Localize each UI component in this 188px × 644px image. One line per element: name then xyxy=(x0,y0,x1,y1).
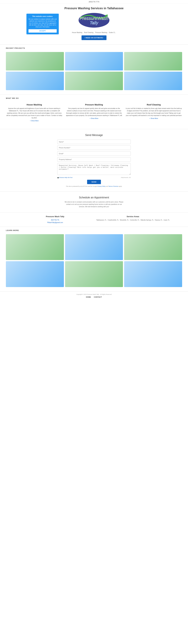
what-we-do-section: House Washing Improve the curb appeal an… xyxy=(0,100,188,129)
cookie-banner-text: We use cookies to analyse website traffi… xyxy=(28,18,57,28)
schedule-text: We strive to be in constant communicatio… xyxy=(63,201,125,208)
svg-text:PressureWash: PressureWash xyxy=(80,16,108,21)
service-card-pressure-washing: Pressure Washing Your property can lose … xyxy=(66,104,122,122)
learn-image-5 xyxy=(65,261,123,287)
services-grid: House Washing Improve the curb appeal an… xyxy=(0,100,188,125)
message-textarea[interactable] xyxy=(57,163,131,175)
footer-home-link[interactable]: HOME xyxy=(86,296,91,298)
message-group xyxy=(57,163,131,175)
schedule-section: Schedule an Appointment We strive to be … xyxy=(0,192,188,212)
cookie-banner-title: This website uses cookies. xyxy=(28,16,57,17)
project-image-3 xyxy=(124,52,182,70)
terms-link[interactable]: Terms of Service xyxy=(108,186,118,187)
company-email: PWashTally@gmail.com xyxy=(18,221,92,224)
what-we-do-heading: WHAT WE DO xyxy=(0,94,188,100)
learn-more-heading: LEARN MORE xyxy=(0,227,188,233)
company-phone-link[interactable]: 8507781776 xyxy=(51,219,59,221)
logo-container: PressureWash Tally xyxy=(78,12,110,29)
nav-roof-cleaning[interactable]: Roof Cleaning xyxy=(84,32,93,33)
attachments-count: Attachments: 0/3 xyxy=(121,177,131,178)
learn-image-6 xyxy=(124,261,182,287)
show-more-0[interactable]: + Show More xyxy=(30,120,39,122)
email-input[interactable] xyxy=(57,152,131,156)
top-bar: (850)778-7776 xyxy=(0,0,188,4)
schedule-title: Schedule an Appointment xyxy=(6,196,182,199)
site-header: Pressure Washing Services in Tallahassee… xyxy=(0,4,188,44)
footer-info: Pressure Wash Tally 8507781776 PWashTall… xyxy=(0,212,188,227)
learn-more-grid xyxy=(0,233,188,292)
cookie-banner: This website uses cookies. We use cookie… xyxy=(26,14,59,34)
logo-svg: PressureWash Tally xyxy=(78,12,110,28)
learn-more-section: LEARN MORE xyxy=(0,227,188,292)
phone-number: (850)778-7776 xyxy=(89,1,99,3)
cookie-accept-button[interactable]: ACCEPT xyxy=(28,29,57,32)
project-image-5 xyxy=(65,72,123,90)
service-text-1: Your property can lose its appeal quickl… xyxy=(66,107,122,117)
phone-group xyxy=(57,146,131,150)
nav-pressure-washing[interactable]: Pressure Washing xyxy=(95,32,107,33)
project-image-4 xyxy=(6,72,64,90)
svg-text:Tally: Tally xyxy=(90,20,98,25)
service-title-0: House Washing xyxy=(6,104,63,106)
projects-grid xyxy=(0,50,188,94)
form-footer-row: 📷 Pictures Help Alot Too! Attachments: 0… xyxy=(57,177,131,178)
logo-area: PressureWash Tally This website uses coo… xyxy=(2,12,186,29)
service-card-roof-cleaning: Roof Cleaning Is your roof full of debri… xyxy=(125,104,182,122)
company-email-link[interactable]: PWashTally@gmail.com xyxy=(47,222,63,223)
service-title-1: Pressure Washing xyxy=(66,104,122,106)
name-group xyxy=(57,140,131,144)
service-title-2: Roof Cleaning xyxy=(125,104,182,106)
service-areas-text: Tallahassee, FL · Crawfordville, FL · Wo… xyxy=(96,219,170,221)
service-areas-title: Service Areas xyxy=(96,216,170,218)
nav-house-washing[interactable]: House Washing xyxy=(72,32,82,33)
recent-projects-heading: RECENT PROJECTS xyxy=(0,44,188,50)
footer-contact-link[interactable]: CONTACT xyxy=(94,296,102,298)
contact-title: Send Message xyxy=(6,134,182,137)
learn-image-2 xyxy=(65,234,123,260)
email-group xyxy=(57,152,131,156)
address-group xyxy=(57,157,131,162)
estimate-button[interactable]: I NEED AN ESTIMATE! xyxy=(82,36,106,40)
phone-input[interactable] xyxy=(57,146,131,150)
service-card-house-washing: House Washing Improve the curb appeal an… xyxy=(6,104,63,122)
recaptcha-text: This site is protected by reCAPTCHA and … xyxy=(6,186,182,187)
name-input[interactable] xyxy=(57,140,131,144)
project-image-6 xyxy=(124,72,182,90)
site-title: Pressure Washing Services in Tallahassee xyxy=(2,6,186,10)
copyright-text: Copyright © 2023 Pressure Wash Tally · A… xyxy=(2,294,186,295)
address-input[interactable] xyxy=(57,157,131,162)
learn-image-3 xyxy=(124,234,182,260)
service-text-2: Is your roof full of debris or masked by… xyxy=(125,107,182,117)
footer-company-col: Pressure Wash Tally 8507781776 PWashTall… xyxy=(18,216,92,224)
site-footer: Copyright © 2023 Pressure Wash Tally · A… xyxy=(0,292,188,300)
pictures-help[interactable]: 📷 Pictures Help Alot Too! xyxy=(57,177,72,178)
contact-form xyxy=(57,140,131,177)
learn-image-1 xyxy=(6,234,64,260)
company-phone: 8507781776 xyxy=(18,219,92,221)
show-more-1[interactable]: + Show More xyxy=(90,118,98,119)
service-text-0: Improve the curb appeal and brightness o… xyxy=(6,107,63,119)
project-image-1 xyxy=(6,52,64,70)
privacy-policy-link[interactable]: Privacy Policy xyxy=(98,186,106,187)
contact-section: Send Message 📷 Pictures Help Alot Too! A… xyxy=(0,129,188,192)
project-image-2 xyxy=(65,52,123,70)
show-more-2[interactable]: + Show More xyxy=(149,118,158,119)
company-name: Pressure Wash Tally xyxy=(18,216,92,218)
nav-gutter-cleaning[interactable]: Gutter Cl... xyxy=(109,32,116,33)
learn-image-4 xyxy=(6,261,64,287)
footer-areas-col: Service Areas Tallahassee, FL · Crawford… xyxy=(96,216,170,224)
footer-nav: HOME CONTACT xyxy=(2,296,186,298)
send-button[interactable]: SEND xyxy=(87,180,101,184)
